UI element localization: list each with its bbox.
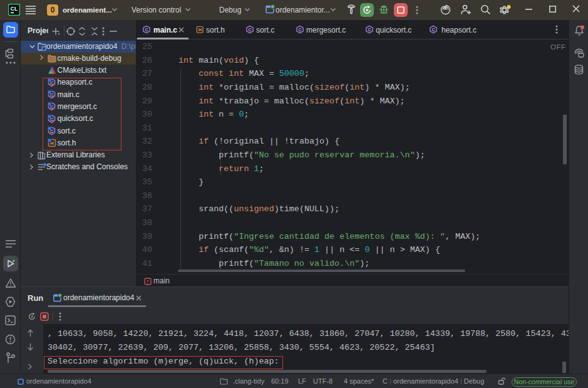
svg-text:CL: CL: [11, 6, 18, 12]
svg-text:C: C: [249, 28, 252, 32]
svg-text:C: C: [299, 28, 302, 32]
svg-text:H: H: [199, 28, 202, 32]
svg-text:C: C: [432, 28, 435, 32]
svg-text:C: C: [145, 28, 148, 32]
svg-text:f: f: [147, 279, 150, 285]
svg-text:C: C: [368, 28, 371, 32]
